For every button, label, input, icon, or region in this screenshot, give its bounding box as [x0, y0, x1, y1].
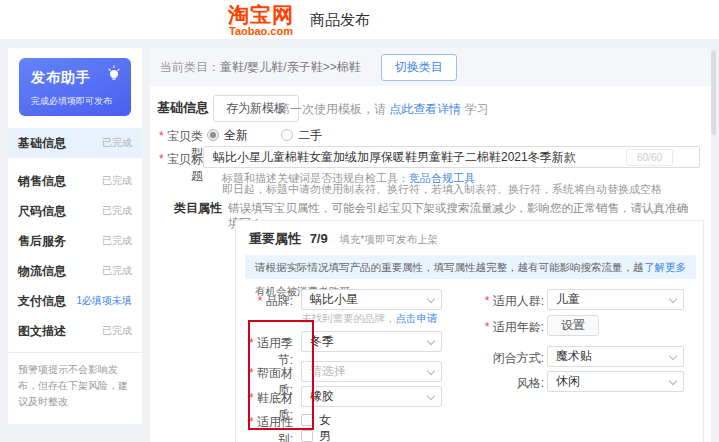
age-set-button[interactable]: 设置	[547, 315, 599, 336]
radio-unchecked-icon	[281, 129, 293, 141]
sidebar-menu: 基础信息 已完成 销售信息 已完成 尺码信息 已完成 售后服务 已完成 物流信息…	[8, 128, 142, 346]
attrs-notice-bar: 了解更多 请根据实际情况填写产品的重要属性，填写属性越完整，越有可能影响搜索流量…	[245, 255, 696, 279]
sole-material-select[interactable]: 橡胶	[301, 386, 442, 407]
gender-option-male[interactable]: 男	[301, 428, 331, 442]
sidebar-item-description[interactable]: 图文描述 已完成	[8, 316, 142, 346]
status-badge: 已完成	[102, 174, 132, 188]
sole-material-value: 橡胶	[310, 389, 334, 403]
upper-material-select[interactable]: 请选择	[301, 361, 442, 382]
radio-new[interactable]: 全新	[207, 128, 248, 142]
sidebar-item-payment[interactable]: 支付信息 1必填项未填	[8, 286, 142, 316]
brand-helper-text: 未找到需要的品牌，	[301, 312, 396, 324]
chevron-down-icon	[669, 352, 677, 360]
upper-material-placeholder: 请选择	[310, 364, 346, 378]
switch-category-button[interactable]: 切换类目	[381, 54, 457, 81]
season-value: 冬季	[310, 334, 334, 348]
radio-checked-icon	[207, 129, 219, 141]
logo-cn-text: 淘宝网	[228, 4, 294, 25]
publish-assistant-card: 发布助手 完成必填项即可发布	[19, 58, 131, 116]
product-publish-page: 淘宝网 Taobao.com 商品发布 发布助手 完成必填项即可发布 基础信息	[0, 0, 719, 442]
title-char-counter: 60/60	[626, 149, 673, 166]
scrollbar-thumb[interactable]	[711, 50, 716, 135]
season-select[interactable]: 冬季	[301, 331, 442, 352]
style-value: 休闲	[556, 374, 580, 388]
category-attr-label: 类目属性	[150, 200, 222, 217]
assistant-subtitle: 完成必填项即可发布	[31, 95, 112, 108]
status-badge: 已完成	[102, 324, 132, 338]
checkbox-unchecked-icon	[301, 430, 313, 442]
template-tip-link[interactable]: 点此查看详情	[389, 102, 461, 116]
gender-option-female[interactable]: 女	[301, 412, 331, 429]
closure-select[interactable]: 魔术贴	[547, 346, 684, 367]
warning-note: 预警项提示不会影响发布，但存在下架风险，建议及时整改	[8, 352, 142, 422]
chevron-down-icon	[427, 392, 435, 400]
lightbulb-icon	[105, 65, 123, 87]
radio-used-label: 二手	[298, 128, 322, 142]
status-badge-unfilled: 1必填项未填	[76, 294, 132, 308]
chevron-down-icon	[669, 295, 677, 303]
sidebar-item-label: 物流信息	[18, 263, 66, 280]
attrs-progress: 7/9	[310, 231, 328, 246]
important-attrs-header: 重要属性 7/9 填充*项即可发布上架	[249, 230, 438, 248]
app-header: 淘宝网 Taobao.com 商品发布	[0, 0, 719, 40]
status-badge: 已完成	[102, 234, 132, 248]
item-title-label: 宝贝标题	[150, 151, 203, 185]
checkbox-unchecked-icon	[301, 414, 313, 426]
style-select[interactable]: 休闲	[547, 371, 684, 392]
status-badge: 已完成	[102, 136, 132, 150]
chevron-down-icon	[427, 337, 435, 345]
chevron-down-icon	[427, 367, 435, 375]
sidebar-item-basic-info[interactable]: 基础信息 已完成	[8, 128, 142, 158]
sidebar-item-after-sales[interactable]: 售后服务 已完成	[8, 226, 142, 256]
radio-used[interactable]: 二手	[281, 128, 322, 142]
age-label: 适用年龄:	[469, 319, 544, 336]
item-type-options: 全新 二手	[207, 127, 322, 144]
status-badge: 已完成	[102, 204, 132, 218]
brand-value: 蜗比小星	[310, 292, 358, 306]
chevron-down-icon	[669, 377, 677, 385]
sidebar: 发布助手 完成必填项即可发布 基础信息 已完成 销售信息 已完成 尺码信息 已完…	[8, 48, 142, 424]
basic-info-section: 基础信息 存为新模板 第一次使用模板，请 点此查看详情 学习 宝贝类型 全新 二…	[150, 86, 711, 442]
crowd-label: 适用人群:	[469, 293, 544, 310]
season-label: 适用季节:	[236, 335, 293, 369]
brand-label: 品牌:	[236, 293, 293, 310]
style-label: 风格:	[469, 375, 544, 392]
taobao-logo[interactable]: 淘宝网 Taobao.com	[228, 4, 294, 37]
sidebar-item-label: 销售信息	[18, 173, 66, 190]
category-label: 当前类目：	[160, 59, 220, 76]
closure-label: 闭合方式:	[469, 350, 544, 367]
important-attrs-panel: 重要属性 7/9 填充*项即可发布上架 了解更多 请根据实际情况填写产品的重要属…	[235, 220, 704, 442]
gender-label: 适用性别:	[236, 414, 293, 442]
attrs-subtitle: 填充*项即可发布上架	[339, 233, 438, 245]
section-title: 基础信息	[157, 99, 209, 117]
template-tip: 第一次使用模板，请 点此查看详情 学习	[278, 101, 489, 118]
category-value: 童鞋/婴儿鞋/亲子鞋>>棉鞋	[220, 59, 361, 76]
sidebar-item-label: 基础信息	[18, 135, 66, 152]
sidebar-item-label: 尺码信息	[18, 203, 66, 220]
sidebar-item-label: 支付信息	[18, 293, 66, 310]
learn-more-link[interactable]: 了解更多	[644, 255, 686, 279]
important-attrs-title: 重要属性	[249, 231, 301, 246]
chevron-down-icon	[427, 295, 435, 303]
gender-male-label: 男	[319, 429, 331, 442]
crowd-value: 儿童	[556, 292, 580, 306]
current-category-bar: 当前类目： 童鞋/婴儿鞋/亲子鞋>>棉鞋 切换类目	[150, 48, 711, 86]
brand-apply-link[interactable]: 点击申请	[396, 312, 438, 324]
brand-select[interactable]: 蜗比小星	[301, 289, 442, 310]
logo-en-text: Taobao.com	[228, 26, 294, 37]
radio-new-label: 全新	[224, 128, 248, 142]
sidebar-item-label: 图文描述	[18, 323, 66, 340]
sidebar-item-label: 售后服务	[18, 233, 66, 250]
page-title: 商品发布	[310, 11, 370, 30]
title-format-tip: 即日起，标题中请勿使用制表符、换行符，若填入制表符、换行符，系统将自动替换成空格	[222, 182, 662, 197]
sidebar-item-sales-info[interactable]: 销售信息 已完成	[8, 166, 142, 196]
sidebar-item-logistics[interactable]: 物流信息 已完成	[8, 256, 142, 286]
gender-female-label: 女	[319, 413, 331, 427]
template-tip-suffix: 学习	[461, 102, 488, 116]
brand-helper: 未找到需要的品牌，点击申请	[301, 312, 438, 326]
sidebar-item-size-info[interactable]: 尺码信息 已完成	[8, 196, 142, 226]
closure-value: 魔术贴	[556, 349, 592, 363]
crowd-select[interactable]: 儿童	[547, 289, 684, 310]
status-badge: 已完成	[102, 264, 132, 278]
template-tip-prefix: 第一次使用模板，请	[278, 102, 389, 116]
